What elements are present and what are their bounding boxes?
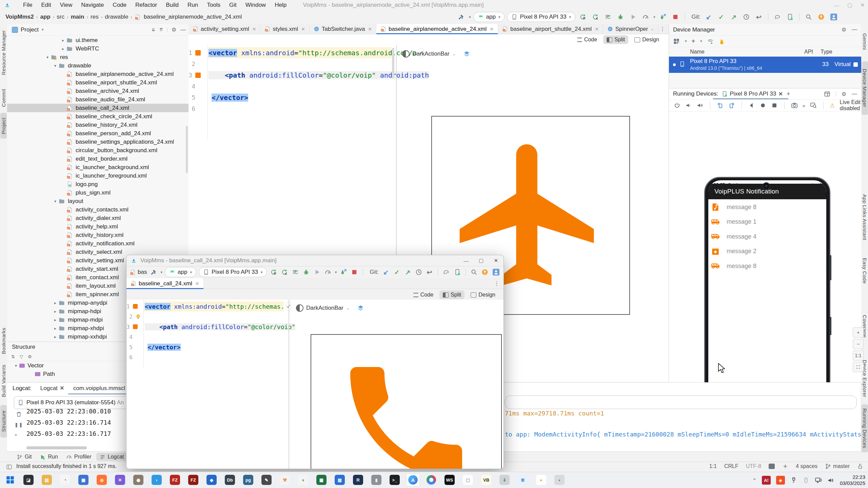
- editor-tab-baseline_airport_shuttle_24.xml[interactable]: <>baseline_airport_shuttle_24.xml✕: [498, 24, 603, 34]
- taskbar-clock-app[interactable]: ◔: [58, 473, 72, 486]
- tree-item-baseline_audio_file_24.xml[interactable]: <>baseline_audio_file_24.xml: [7, 95, 189, 104]
- code-editor[interactable]: 1 <vector xmlns:android="http://schemas.…: [126, 300, 289, 469]
- stripe-commit[interactable]: Commit: [0, 86, 7, 110]
- tree-item-plus_sign.xml[interactable]: <>plus_sign.xml: [7, 188, 189, 197]
- project-scrollbar[interactable]: [186, 126, 188, 173]
- code-line-6[interactable]: 6: [189, 103, 395, 114]
- close-tab-icon[interactable]: ✕: [252, 26, 256, 32]
- taskbar-keepass[interactable]: ⇓: [498, 473, 511, 486]
- structure-filter-icon[interactable]: ▽: [20, 354, 23, 359]
- taskbar-vscode[interactable]: ‹: [150, 473, 163, 486]
- lock-open-icon[interactable]: [857, 463, 863, 469]
- taskbar-filezilla-server[interactable]: FZ: [186, 473, 200, 486]
- attach-debugger-button[interactable]: [339, 268, 348, 277]
- device-manager-icon[interactable]: [453, 268, 461, 277]
- floating-title-bar[interactable]: VoipMms - baseline_call_24.xml [VoipMms.…: [126, 255, 504, 266]
- layers-icon[interactable]: [357, 305, 364, 312]
- diamond-tray-icon[interactable]: ◈: [776, 476, 785, 485]
- close-icon[interactable]: ✕: [494, 258, 498, 264]
- expand-all-icon[interactable]: ⇊: [152, 27, 155, 32]
- tree-item-logo.png[interactable]: logo.png: [7, 180, 189, 188]
- menu-tools[interactable]: Tools: [202, 2, 225, 8]
- taskbar-android-studio[interactable]: A: [406, 473, 420, 486]
- tree-item-edit_text_border.xml[interactable]: <>edit_text_border.xml: [7, 155, 189, 163]
- breadcrumb-item[interactable]: app: [40, 14, 50, 20]
- zoom-out-button[interactable]: −: [853, 339, 864, 349]
- mode-split[interactable]: Split: [439, 290, 465, 299]
- build-hammer-button[interactable]: [149, 268, 158, 277]
- zoom-fit-icon[interactable]: ⛶: [853, 362, 864, 372]
- breadcrumb-item[interactable]: drawable: [105, 14, 128, 20]
- run-with-list-button[interactable]: [291, 268, 300, 277]
- collapse-all-icon[interactable]: ⇈: [159, 27, 163, 32]
- tree-item-ic_launcher_background.xml[interactable]: <>ic_launcher_background.xml: [7, 163, 189, 171]
- tree-item-circular_button_background.xml[interactable]: <>circular_button_background.xml: [7, 146, 189, 155]
- device-manager-icon[interactable]: [785, 13, 795, 21]
- taskbar-vault[interactable]: ▮: [370, 473, 383, 486]
- ide-update-icon[interactable]: [481, 268, 489, 277]
- kebab-menu-icon[interactable]: ⋮: [494, 278, 504, 289]
- mouse-icon[interactable]: [803, 477, 809, 484]
- tree-item-baseline_check_circle_24.xml[interactable]: <>baseline_check_circle_24.xml: [7, 112, 189, 121]
- git-push-icon[interactable]: ↗: [403, 268, 412, 277]
- kebab-menu-icon[interactable]: ⋮: [860, 61, 866, 68]
- screenshot-icon[interactable]: [791, 102, 798, 109]
- usb-icon[interactable]: [790, 477, 797, 484]
- tree-item-activity_dialer.xml[interactable]: <>activity_dialer.xml: [7, 214, 189, 222]
- tree-item-activity_contacts.xml[interactable]: <>activity_contacts.xml: [7, 205, 189, 214]
- close-tab-icon[interactable]: ✕: [490, 26, 494, 32]
- close-tab-icon[interactable]: ✕: [778, 90, 783, 98]
- column-type[interactable]: Type: [821, 49, 861, 55]
- android-home-icon[interactable]: [760, 102, 766, 109]
- close-tab-icon[interactable]: ✕: [595, 26, 599, 32]
- code-line-6[interactable]: 6: [126, 352, 288, 362]
- ide-update-icon[interactable]: [816, 13, 826, 21]
- logcat-tab-active[interactable]: com.voipplus.mmscl: [73, 385, 125, 392]
- column-name[interactable]: Name: [690, 49, 804, 55]
- speaker-icon[interactable]: [827, 477, 834, 484]
- stop-button[interactable]: [670, 13, 680, 21]
- editor-tab-SpinnerOper[interactable]: CSpinnerOper⌄: [603, 24, 658, 34]
- android-overview-icon[interactable]: [771, 102, 778, 109]
- taskbar-filezilla[interactable]: FZ: [168, 473, 182, 486]
- volume-down-icon[interactable]: [685, 102, 692, 109]
- run-with-list-button[interactable]: [603, 13, 613, 21]
- firebase-icon[interactable]: [718, 38, 725, 45]
- kebab-menu-icon[interactable]: ⋮: [660, 26, 665, 32]
- tree-item-activity_help.xml[interactable]: <>activity_help.xml: [7, 222, 189, 231]
- menu-edit[interactable]: Edit: [37, 2, 55, 8]
- layout-inspector-icon[interactable]: [810, 102, 817, 109]
- tree-item-ui.theme[interactable]: ▸ui.theme: [7, 36, 189, 44]
- menu-code[interactable]: Code: [108, 2, 131, 8]
- menu-navigate[interactable]: Navigate: [77, 2, 108, 8]
- stripe-resource-manager[interactable]: Resource Manager: [0, 27, 7, 78]
- git-update-icon[interactable]: ↙: [382, 268, 390, 277]
- toolwindow-profiler[interactable]: Profiler: [63, 453, 95, 461]
- tree-item-baseline_archive_24.xml[interactable]: <>baseline_archive_24.xml: [7, 87, 189, 95]
- add-device-tab-icon[interactable]: +: [787, 90, 790, 98]
- build-hammer-button[interactable]: [456, 13, 466, 21]
- taskbar-paint-tool[interactable]: ✎: [260, 473, 273, 486]
- taskbar-remote-desktop[interactable]: ▣: [77, 473, 90, 486]
- git-update-icon[interactable]: ↙: [704, 13, 714, 21]
- column-api[interactable]: API: [804, 49, 821, 55]
- android-back-icon[interactable]: [748, 102, 755, 109]
- volume-up-icon[interactable]: [697, 102, 704, 109]
- stripe-structure[interactable]: Structure: [0, 405, 7, 438]
- layers-icon[interactable]: [463, 50, 470, 58]
- gear-icon[interactable]: ⚙: [842, 91, 846, 97]
- gradle-sync-icon[interactable]: [772, 13, 783, 21]
- mode-code[interactable]: Code: [574, 35, 600, 44]
- logcat-hscrollbar[interactable]: [26, 446, 87, 449]
- search-icon[interactable]: [804, 13, 814, 21]
- floating-editor-window[interactable]: VoipMms - baseline_call_24.xml [VoipMms.…: [126, 255, 504, 469]
- taskbar-firefox[interactable]: ◉: [95, 473, 108, 486]
- zoom-reset-button[interactable]: 1:1: [853, 350, 864, 361]
- taskbar-notepad[interactable]: ▢: [461, 473, 475, 486]
- stop-device-icon[interactable]: [853, 62, 858, 67]
- git-commit-icon[interactable]: ✓: [393, 268, 401, 277]
- code-line-4[interactable]: 4: [189, 81, 395, 92]
- line-ending[interactable]: CRLF: [724, 463, 738, 469]
- floating-editor-tab[interactable]: <>baseline_call_24.xml✕: [126, 278, 204, 289]
- more-actions-icon[interactable]: »: [15, 432, 23, 437]
